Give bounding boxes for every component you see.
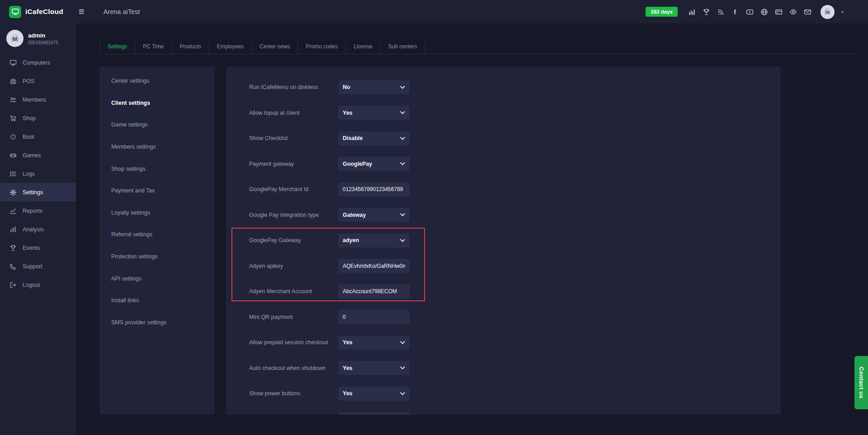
form-row — [249, 407, 781, 415]
selected-value: Yes — [343, 365, 353, 371]
stats-icon[interactable] — [688, 8, 696, 16]
google-pay-integration-type-select[interactable]: Gateway — [338, 208, 410, 222]
adyen-apikey-input[interactable] — [338, 259, 410, 273]
sidebar-item-boot[interactable]: Boot — [0, 127, 76, 146]
facebook-icon[interactable]: f — [731, 8, 739, 16]
tab-employees[interactable]: Employees — [209, 39, 252, 54]
payment-gateway-select[interactable]: GooglePay — [338, 157, 410, 171]
chevron-down-icon — [400, 111, 405, 114]
settings-nav-referral-settings[interactable]: Referral settings — [99, 224, 215, 246]
tab-bar: SettingsPC TimeProductsEmployeesCenter n… — [99, 39, 855, 54]
field-label: Run iCafeMenu on diskless — [249, 84, 338, 90]
settings-nav-label: Members settings — [111, 144, 156, 150]
tab-label: License — [354, 43, 372, 50]
youtube-icon[interactable] — [746, 8, 754, 16]
eye-icon[interactable] — [789, 8, 797, 16]
googlepay-merchant-id-input[interactable] — [338, 182, 410, 196]
chevron-down-icon[interactable]: ▾ — [841, 9, 844, 14]
mini-qr-payment-input[interactable] — [338, 310, 410, 324]
field-label: Auto checkout when shutdown — [249, 365, 338, 371]
settings-nav-members-settings[interactable]: Members settings — [99, 136, 215, 158]
allow-topup-at-client-select[interactable]: Yes — [338, 106, 410, 120]
sidebar-menu: ComputersPOSMembersShopBootGamesLogsSett… — [0, 53, 76, 294]
menu-toggle-icon[interactable]: ≡ — [79, 7, 85, 17]
pos-icon — [9, 78, 17, 85]
sidebar-item-label: Boot — [23, 134, 34, 140]
show-power-buttons-select[interactable]: Yes — [338, 387, 410, 401]
header-icon-group: f — [688, 8, 811, 16]
sidebar-item-label: Reports — [23, 208, 42, 214]
selected-value: Yes — [343, 390, 353, 397]
settings-nav-label: Protection settings — [111, 253, 158, 260]
tab-label: Sub centers — [388, 43, 417, 50]
gamepad-icon — [9, 152, 17, 159]
settings-nav-label: Payment and Tax — [111, 187, 155, 194]
tab-pc-time[interactable]: PC Time — [135, 39, 172, 54]
sidebar-item-pos[interactable]: POS — [0, 72, 76, 90]
settings-nav-client-settings[interactable]: Client settings — [99, 92, 215, 114]
license-days-badge[interactable]: 282 days — [646, 7, 678, 17]
tab-license[interactable]: License — [346, 39, 380, 54]
settings-nav-label: Referral settings — [111, 231, 152, 238]
skull-avatar-icon: ☠ — [11, 33, 19, 44]
billing-icon[interactable] — [775, 8, 783, 16]
sidebar-item-games[interactable]: Games — [0, 146, 76, 164]
settings-form: Run iCafeMenu on disklessNoAllow topup a… — [249, 75, 781, 415]
icafecloud-logo — [9, 6, 21, 18]
auto-checkout-when-shutdown-select[interactable]: Yes — [338, 361, 410, 375]
tab-sub-centers[interactable]: Sub centers — [381, 39, 425, 54]
selected-value: Gateway — [343, 212, 366, 218]
allow-prepaid-session-checkout-select[interactable]: Yes — [338, 336, 410, 350]
settings-nav-label: SMS provider settings — [111, 319, 166, 326]
sidebar-item-events[interactable]: Events — [0, 239, 76, 257]
settings-nav-protection-settings[interactable]: Protection settings — [99, 246, 215, 268]
googlepay-gateway-select[interactable]: adyen — [338, 234, 410, 248]
field-label: Allow prepaid session checkout — [249, 339, 338, 346]
form-row: Google Pay integration typeGateway — [249, 202, 781, 228]
sidebar-item-label: Settings — [23, 189, 43, 196]
settings-nav-install-links[interactable]: Install links — [99, 290, 215, 312]
gear-icon — [9, 189, 17, 196]
tab-settings[interactable]: Settings — [99, 39, 135, 54]
settings-nav-api-settings[interactable]: API settings — [99, 267, 215, 290]
next-setting-select[interactable] — [338, 412, 410, 415]
field-label: Payment gateway — [249, 161, 338, 167]
settings-nav-loyalty-settings[interactable]: Loyalty settings — [99, 202, 215, 224]
tab-center-news[interactable]: Center news — [252, 39, 298, 54]
sidebar-user-avatar[interactable]: ☠ — [6, 30, 24, 47]
sidebar-item-analysis[interactable]: Analysis — [0, 220, 76, 239]
globe-icon[interactable] — [760, 8, 768, 16]
run-icafemenu-on-diskless-select[interactable]: No — [338, 80, 410, 94]
chevron-down-icon — [400, 137, 405, 140]
settings-nav-center-settings[interactable]: Center settings — [99, 70, 215, 92]
form-row: GooglePay Merchant Id — [249, 177, 781, 202]
sidebar-item-label: Games — [23, 152, 41, 159]
adyen-merchant-account-input[interactable] — [338, 285, 410, 299]
show-checklist-select[interactable]: Disable — [338, 131, 410, 145]
mail-icon[interactable] — [804, 8, 811, 16]
tab-products[interactable]: Products — [172, 39, 209, 54]
settings-nav-game-settings[interactable]: Game settings — [99, 114, 215, 136]
settings-nav-label: Center settings — [111, 78, 149, 84]
user-avatar[interactable]: ☠ — [821, 5, 835, 19]
sidebar-item-support[interactable]: Support — [0, 257, 76, 276]
sidebar-item-members[interactable]: Members — [0, 90, 76, 109]
selected-value: GooglePay — [343, 161, 372, 167]
sidebar-item-computers[interactable]: Computers — [0, 53, 76, 72]
settings-nav-sms-provider-settings[interactable]: SMS provider settings — [99, 312, 215, 334]
contact-us-button[interactable]: Contact us — [854, 356, 868, 409]
settings-nav-payment-and-tax[interactable]: Payment and Tax — [99, 180, 215, 202]
sidebar-item-logs[interactable]: Logs — [0, 164, 76, 183]
sidebar-item-reports[interactable]: Reports — [0, 201, 76, 220]
trophy-icon[interactable] — [703, 8, 710, 16]
rss-icon[interactable] — [717, 8, 725, 16]
sidebar-item-settings[interactable]: Settings — [0, 183, 76, 201]
sidebar-item-shop[interactable]: Shop — [0, 109, 76, 127]
tab-label: Products — [179, 43, 201, 50]
sidebar-item-label: Shop — [23, 115, 36, 122]
settings-nav-shop-settings[interactable]: Shop settings — [99, 158, 215, 180]
sidebar-item-logout[interactable]: Logout — [0, 276, 76, 294]
form-row: Show power buttonsYes — [249, 381, 781, 407]
selected-value: adyen — [343, 237, 359, 243]
tab-promo-codes[interactable]: Promo codes — [298, 39, 346, 54]
